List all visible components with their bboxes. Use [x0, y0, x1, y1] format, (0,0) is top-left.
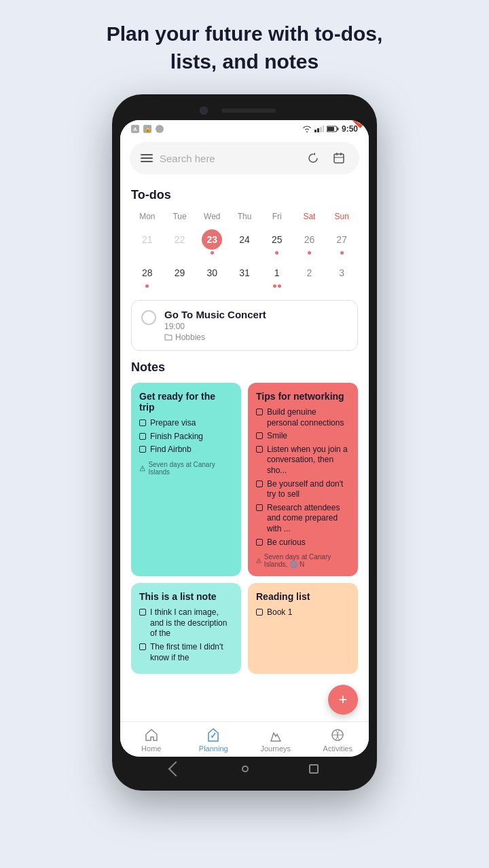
- nav-journeys-label: Journeys: [260, 744, 291, 753]
- note-network-title: Tips for networking: [256, 391, 350, 402]
- day-tue: Tue: [164, 210, 196, 223]
- nav-activities[interactable]: Activities: [317, 728, 358, 753]
- day-fri: Fri: [261, 210, 293, 223]
- note-card-list[interactable]: This is a list note I think I can image,…: [131, 583, 241, 674]
- note-trip-title: Get ready for the trip: [139, 391, 233, 413]
- list-item: Smile: [256, 431, 350, 442]
- fab-button[interactable]: +: [328, 685, 358, 715]
- note-network-list: Build genuine personal connections Smile…: [256, 407, 350, 548]
- svg-rect-6: [337, 128, 338, 130]
- note-card-reading[interactable]: Reading list Book 1: [248, 583, 358, 674]
- list-item: Book 1: [256, 607, 350, 618]
- todo-time: 19:00: [164, 322, 266, 331]
- cal-23-today[interactable]: 23: [196, 227, 228, 257]
- cal-2[interactable]: 2: [293, 260, 326, 290]
- svg-rect-1: [317, 128, 319, 132]
- reading-list-title: Reading list: [256, 591, 350, 602]
- svg-rect-3: [323, 126, 324, 132]
- cal-3[interactable]: 3: [325, 260, 358, 290]
- cal-29[interactable]: 29: [164, 260, 196, 290]
- calendar-header: Mon Tue Wed Thu Fri Sat Sun: [131, 210, 358, 223]
- note-trip-footer: Seven days at Canary Islands: [139, 461, 233, 476]
- todos-section: To-dos Mon Tue Wed Thu Fri Sat Sun 21: [131, 188, 358, 351]
- list-item: Build genuine personal connections: [256, 407, 350, 428]
- nav-planning-label: Planning: [199, 744, 228, 753]
- search-actions: [304, 149, 348, 168]
- notes-title: Notes: [131, 360, 358, 375]
- cal-1[interactable]: 1: [261, 260, 293, 290]
- todo-title: Go To Music Concert: [164, 309, 266, 320]
- list-item: Listen when you join a conversation, the…: [256, 445, 350, 476]
- phone-speaker: [221, 109, 276, 113]
- signal-icon: [314, 126, 324, 132]
- todos-title: To-dos: [131, 188, 358, 202]
- nav-home[interactable]: Home: [131, 728, 172, 753]
- cal-26[interactable]: 26: [293, 227, 326, 257]
- svg-rect-7: [334, 154, 344, 163]
- todo-tag: Hobbies: [164, 333, 266, 342]
- home-button[interactable]: [242, 766, 249, 772]
- calendar-week1: 21 22 23 24 25 26 27: [131, 227, 358, 257]
- search-placeholder[interactable]: Search here: [160, 153, 297, 164]
- headline: Plan your future with to-dos, lists, and…: [79, 20, 410, 75]
- status-icon-lock: 🔒: [143, 125, 151, 133]
- status-bar: A 🔒: [120, 120, 369, 136]
- refresh-button[interactable]: [304, 149, 323, 168]
- note-network-footer: Seven days at Canary Islands, 🌐 N: [256, 553, 350, 568]
- nav-planning[interactable]: Planning: [193, 728, 234, 753]
- todo-item[interactable]: Go To Music Concert 19:00 Hobbies: [131, 300, 358, 351]
- note-list-checklist: I think I can image, and is the descript…: [139, 607, 233, 663]
- cal-24[interactable]: 24: [228, 227, 261, 257]
- nav-home-label: Home: [141, 744, 161, 753]
- back-button[interactable]: [168, 761, 184, 777]
- bottom-nav: Home Planning: [120, 721, 369, 757]
- list-item: Find Airbnb: [139, 445, 233, 455]
- note-card-networking[interactable]: Tips for networking Build genuine person…: [248, 383, 358, 576]
- list-item: Research attendees and come prepared wit…: [256, 503, 350, 535]
- phone-home-bar: [120, 757, 369, 777]
- nav-journeys[interactable]: Journeys: [255, 728, 296, 753]
- recent-button[interactable]: [309, 764, 319, 774]
- menu-button[interactable]: [141, 154, 153, 162]
- planning-icon: [206, 728, 221, 742]
- activities-icon: [330, 728, 345, 742]
- cal-30[interactable]: 30: [196, 260, 228, 290]
- calendar: Mon Tue Wed Thu Fri Sat Sun 21 22 23 24: [131, 210, 358, 290]
- day-thu: Thu: [228, 210, 261, 223]
- calendar-button[interactable]: [329, 149, 348, 168]
- day-sat: Sat: [293, 210, 326, 223]
- status-time: 9:50: [342, 124, 358, 134]
- warning-icon: [139, 465, 145, 472]
- reading-list: Book 1: [256, 607, 350, 618]
- phone-notch: [120, 107, 369, 115]
- folder-icon: [164, 333, 173, 341]
- list-item: Be yourself and don't try to sell: [256, 479, 350, 500]
- cal-25[interactable]: 25: [261, 227, 293, 257]
- home-icon: [144, 728, 159, 742]
- search-bar[interactable]: Search here: [130, 142, 359, 174]
- list-item: Be curious: [256, 537, 350, 548]
- status-icon-circle: [156, 125, 164, 133]
- cal-31[interactable]: 31: [228, 260, 261, 290]
- list-item: Finish Packing: [139, 432, 233, 442]
- day-mon: Mon: [131, 210, 164, 223]
- cal-21[interactable]: 21: [131, 227, 164, 257]
- svg-rect-0: [314, 130, 316, 132]
- cal-27[interactable]: 27: [325, 227, 358, 257]
- nav-activities-label: Activities: [323, 744, 352, 753]
- list-item: Prepare visa: [139, 418, 233, 429]
- warning-icon: [256, 557, 261, 564]
- notes-grid: Get ready for the trip Prepare visa Fini…: [131, 383, 358, 674]
- phone-frame: DEBUG A 🔒: [112, 94, 377, 791]
- svg-rect-5: [327, 127, 334, 131]
- note-card-trip[interactable]: Get ready for the trip Prepare visa Fini…: [131, 383, 241, 576]
- list-item: The first time I didn't know if the: [139, 642, 233, 663]
- cal-22[interactable]: 22: [164, 227, 196, 257]
- cal-28[interactable]: 28: [131, 260, 164, 290]
- status-left-icons: A 🔒: [131, 125, 164, 133]
- search-bar-area: Search here: [120, 136, 369, 181]
- todo-content: Go To Music Concert 19:00 Hobbies: [164, 309, 266, 342]
- todo-checkbox[interactable]: [141, 310, 156, 325]
- status-icon-a: A: [131, 125, 139, 133]
- list-item: I think I can image, and is the descript…: [139, 607, 233, 639]
